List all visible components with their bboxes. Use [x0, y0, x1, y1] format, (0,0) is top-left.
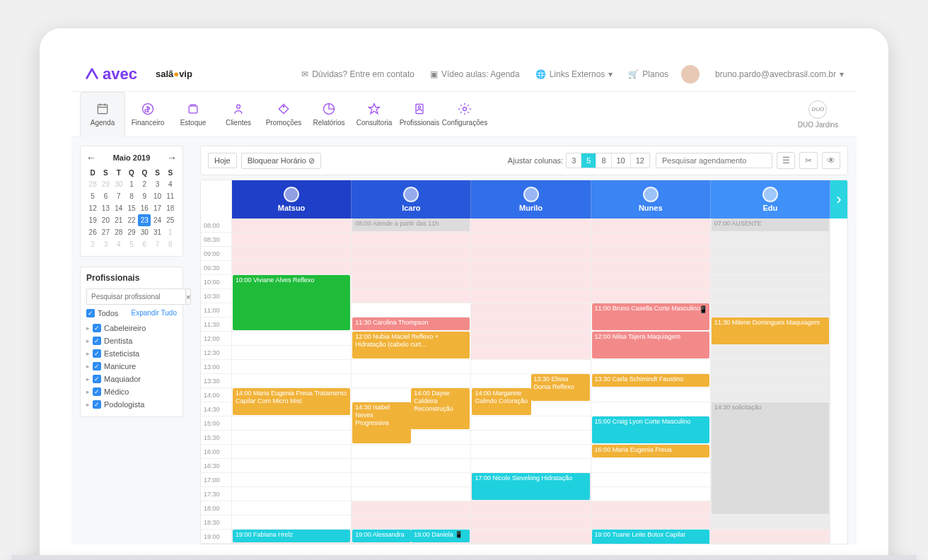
logo-salaovip[interactable]: salã●vip	[156, 69, 192, 79]
col-option-8[interactable]: 8	[596, 153, 611, 168]
prof-category[interactable]: ▸✓ Maquiador	[86, 373, 177, 385]
cal-day[interactable]: 11	[164, 190, 177, 202]
list-view-icon[interactable]: ☰	[777, 152, 795, 169]
cal-day[interactable]: 30	[112, 178, 125, 190]
prof-all[interactable]: ✓ Todos	[86, 309, 118, 317]
cal-day[interactable]: 7	[151, 238, 163, 250]
clear-prof-search[interactable]: ×	[185, 288, 191, 305]
cal-day[interactable]: 5	[125, 238, 138, 250]
col-option-10[interactable]: 10	[612, 153, 631, 168]
cal-next[interactable]: →	[167, 152, 177, 163]
tools-icon[interactable]: ✂	[799, 152, 818, 169]
cal-day[interactable]: 5	[86, 190, 99, 202]
nav-clientes[interactable]: Clientes	[216, 92, 261, 137]
cal-day[interactable]: 30	[138, 226, 151, 238]
cal-day[interactable]: 6	[99, 190, 112, 202]
prof-header[interactable]: Nunes	[591, 180, 711, 218]
cal-day[interactable]: 19	[86, 214, 99, 226]
nav-promocoes[interactable]: Promoções	[261, 92, 306, 137]
prof-column[interactable]: 10:00 Viviane Alves Reflexo14:00 Maria E…	[232, 218, 352, 544]
appointment[interactable]: 16:00 Maria Eugenia Freua	[592, 445, 709, 457]
next-profs[interactable]: ›	[830, 180, 847, 218]
cal-day[interactable]: 9	[138, 190, 151, 202]
col-option-5[interactable]: 5	[581, 153, 596, 168]
cal-day[interactable]: 4	[112, 238, 125, 250]
nav-estoque[interactable]: Estoque	[170, 92, 216, 137]
cal-day[interactable]: 24	[151, 214, 163, 226]
search-professional-input[interactable]	[86, 288, 185, 305]
video-link[interactable]: ▣ Vídeo aulas: Agenda	[430, 69, 520, 79]
appointment[interactable]: 14:30 solicitação	[712, 402, 829, 514]
nav-profissionais[interactable]: Profissionais	[397, 92, 442, 137]
nav-config[interactable]: Configurações	[442, 92, 487, 137]
logo-avec[interactable]: avec	[84, 65, 137, 83]
block-time-button[interactable]: Bloquear Horário ⊘	[241, 153, 321, 169]
prof-header[interactable]: Icaro	[352, 180, 471, 218]
appointment[interactable]: 14:00 Margarete Galindo Coloração	[472, 388, 530, 415]
appointment[interactable]: 19:00 Daniela 📱	[411, 530, 470, 542]
cal-day[interactable]: 14	[112, 202, 125, 214]
appointment[interactable]: 11:00 Bruno Casella Corte Masculino📱	[592, 303, 709, 330]
cal-day[interactable]: 13	[99, 202, 112, 214]
appointment[interactable]: 14:00 Maria Eugenia Freua Tratamento Cap…	[233, 388, 350, 415]
nav-consultoria[interactable]: Consultoria	[352, 92, 397, 137]
prof-category[interactable]: ▸✓ Cabeleireiro	[86, 322, 177, 334]
cal-day[interactable]: 27	[99, 226, 112, 238]
cal-day[interactable]: 12	[86, 202, 99, 214]
cal-day[interactable]: 22	[125, 214, 138, 226]
user-menu[interactable]: bruno.pardo@avecbrasil.com.br ▾	[715, 69, 844, 79]
appointment[interactable]: 15:00 Craig Lyon Corte Masculino	[592, 416, 709, 443]
cal-day[interactable]: 25	[164, 214, 177, 226]
search-appointment-input[interactable]	[656, 153, 772, 168]
company-badge[interactable]: DUO DUO Jardins	[798, 100, 838, 129]
cal-day[interactable]: 23	[138, 214, 151, 226]
cal-day[interactable]: 16	[138, 202, 151, 214]
appointment[interactable]: 19:00 Tuane Leite Botox Capilar	[592, 530, 709, 544]
cal-day[interactable]: 28	[112, 226, 125, 238]
nav-financeiro[interactable]: Financeiro	[125, 92, 170, 137]
appointment[interactable]: 11:30 Carolina Thompson	[352, 317, 470, 330]
appointment[interactable]: 19:00 Alessandra	[352, 530, 411, 542]
cal-day[interactable]: 3	[99, 238, 112, 250]
cal-day[interactable]: 29	[125, 226, 138, 238]
help-link[interactable]: ✉ Dúvidas? Entre em contato	[301, 69, 414, 79]
prof-column[interactable]: 11:00 Bruno Casella Corte Masculino📱12:0…	[591, 218, 711, 544]
cal-day[interactable]: 20	[99, 214, 112, 226]
appointment[interactable]: 07:00 AUSENTE	[712, 218, 829, 231]
appointment[interactable]: 13:30 Elissa Dorsa Reflexo	[531, 374, 590, 401]
cal-day[interactable]: 10	[151, 190, 163, 202]
nav-agenda[interactable]: Agenda	[80, 92, 125, 137]
prof-category[interactable]: ▸✓ Podologista	[86, 398, 177, 411]
prof-category[interactable]: ▸✓ Médico	[86, 385, 177, 398]
appointment[interactable]: 11:30 Milene Domingues Maquiagem	[712, 317, 829, 344]
cal-day[interactable]: 3	[151, 178, 163, 190]
cal-day[interactable]: 6	[138, 238, 151, 250]
appointment[interactable]: 14:30 Isabel Neves Progressiva	[352, 402, 411, 443]
cal-day[interactable]: 2	[86, 238, 99, 250]
cal-day[interactable]: 31	[151, 226, 163, 238]
expand-all[interactable]: Expandir Tudo	[132, 309, 178, 317]
today-button[interactable]: Hoje	[208, 153, 237, 168]
cal-day[interactable]: 2	[138, 178, 151, 190]
appointment[interactable]: 12:00 Nilsa Tajera Maquiagem	[592, 332, 709, 358]
visibility-icon[interactable]: 👁	[822, 152, 840, 169]
cal-day[interactable]: 1	[164, 226, 177, 238]
prof-category[interactable]: ▸✓ Esteticista	[86, 347, 177, 360]
cal-day[interactable]: 21	[112, 214, 125, 226]
appointment[interactable]: 12:00 Nubia Maciel Reflexo + Hidratação …	[352, 332, 470, 358]
user-avatar[interactable]	[681, 65, 700, 83]
prof-column[interactable]: 13:30 Elissa Dorsa Reflexo14:00 Margaret…	[471, 218, 591, 544]
prof-column[interactable]: 08:00 Atende a partir das 11h11:30 Carol…	[352, 218, 471, 544]
prof-category[interactable]: ▸✓ Manicure	[86, 360, 177, 373]
appointment[interactable]: 17:00 Nicole Sieveking Hidratação	[472, 473, 589, 500]
prof-header[interactable]: Murilo	[471, 180, 591, 218]
appointment[interactable]: 10:00 Viviane Alves Reflexo	[233, 275, 350, 330]
prof-category[interactable]: ▸✓ Dentista	[86, 334, 177, 347]
cal-day[interactable]: 7	[112, 190, 125, 202]
cal-day[interactable]: 29	[99, 178, 112, 190]
appointment[interactable]: 19:00 Fabiana Hrelz	[233, 530, 350, 542]
col-option-3[interactable]: 3	[567, 153, 581, 168]
cal-day[interactable]: 15	[125, 202, 138, 214]
col-option-12[interactable]: 12	[631, 153, 649, 168]
appointment[interactable]: 08:00 Atende a partir das 11h	[352, 218, 470, 231]
